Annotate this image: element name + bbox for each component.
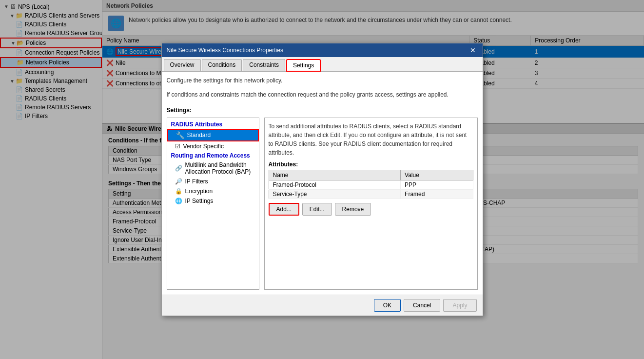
vendor-icon: ☑	[175, 143, 180, 150]
apply-button[interactable]: Apply	[443, 299, 476, 312]
modal-body: Configure the settings for this network …	[162, 72, 483, 295]
settings-section-label: Settings:	[167, 107, 478, 114]
modal-dialog: Nile Secure Wireless Connections Propert…	[161, 43, 483, 316]
multilink-label: Multilink and Bandwidth Allocation Proto…	[185, 161, 255, 175]
modal-title: Nile Secure Wireless Connections Propert…	[167, 47, 283, 54]
attr-col-name: Name	[269, 170, 401, 180]
attributes-table-body: Framed-ProtocolPPPService-TypeFramed	[269, 180, 473, 199]
tab-settings[interactable]: Settings	[286, 59, 321, 72]
radius-attributes-header: RADIUS Attributes	[167, 120, 259, 129]
settings-layout: RADIUS Attributes 🔧 Standard ☑ Vendor Sp…	[167, 118, 478, 290]
attribute-row[interactable]: Framed-ProtocolPPP	[269, 180, 473, 189]
modal-close-button[interactable]: ✕	[468, 46, 478, 54]
attribute-value-cell: Framed	[401, 189, 473, 199]
encryption-label: Encryption	[185, 188, 213, 195]
attribute-buttons: Add... Edit... Remove	[269, 203, 473, 216]
modal-desc-line2: If conditions and constraints match the …	[167, 91, 478, 99]
modal-tabs: Overview Conditions Constraints Settings	[162, 57, 483, 72]
routing-access-header: Routing and Remote Access	[167, 151, 259, 160]
standard-label: Standard	[187, 132, 211, 139]
modal-desc-line1: Configure the settings for this network …	[167, 77, 478, 85]
attribute-name-cell: Framed-Protocol	[269, 180, 401, 189]
ok-button[interactable]: OK	[374, 299, 401, 312]
modal-titlebar: Nile Secure Wireless Connections Propert…	[162, 43, 483, 57]
attribute-name-cell: Service-Type	[269, 189, 401, 199]
tab-conditions[interactable]: Conditions	[202, 59, 242, 71]
ipfilters-label: IP Filters	[185, 178, 208, 185]
vendor-label: Vendor Specific	[183, 143, 224, 150]
settings-nav-vendor-specific[interactable]: ☑ Vendor Specific	[167, 141, 259, 151]
settings-nav-ip-settings[interactable]: 🌐 IP Settings	[167, 196, 259, 206]
attributes-label: Attributes:	[269, 161, 473, 168]
attribute-value-cell: PPP	[401, 180, 473, 189]
ipsettings-icon: 🌐	[175, 198, 182, 204]
ipsettings-label: IP Settings	[185, 198, 214, 204]
encryption-icon: 🔒	[175, 188, 182, 195]
settings-nav-multilink[interactable]: 🔗 Multilink and Bandwidth Allocation Pro…	[167, 160, 259, 177]
attr-col-value: Value	[401, 170, 473, 180]
remove-attribute-button[interactable]: Remove	[335, 203, 371, 216]
settings-right-panel: To send additional attributes to RADIUS …	[264, 118, 478, 290]
multilink-icon: 🔗	[175, 165, 182, 172]
cancel-button[interactable]: Cancel	[404, 299, 440, 312]
edit-attribute-button[interactable]: Edit...	[302, 203, 332, 216]
ipfilter-icon: 🔎	[175, 178, 182, 185]
settings-nav-standard[interactable]: 🔧 Standard	[167, 129, 259, 141]
modal-overlay: Nile Secure Wireless Connections Propert…	[0, 0, 644, 359]
add-attribute-button[interactable]: Add...	[269, 203, 299, 216]
settings-nav-encryption[interactable]: 🔒 Encryption	[167, 186, 259, 196]
tab-constraints[interactable]: Constraints	[243, 59, 285, 71]
attribute-row[interactable]: Service-TypeFramed	[269, 189, 473, 199]
tab-overview[interactable]: Overview	[164, 59, 201, 71]
standard-icon: 🔧	[176, 131, 184, 139]
right-panel-description: To send additional attributes to RADIUS …	[269, 122, 473, 157]
settings-nav-ip-filters[interactable]: 🔎 IP Filters	[167, 177, 259, 186]
settings-nav-panel: RADIUS Attributes 🔧 Standard ☑ Vendor Sp…	[167, 118, 259, 290]
attributes-table: Name Value Framed-ProtocolPPPService-Typ…	[269, 170, 473, 199]
modal-footer: OK Cancel Apply	[162, 295, 483, 316]
